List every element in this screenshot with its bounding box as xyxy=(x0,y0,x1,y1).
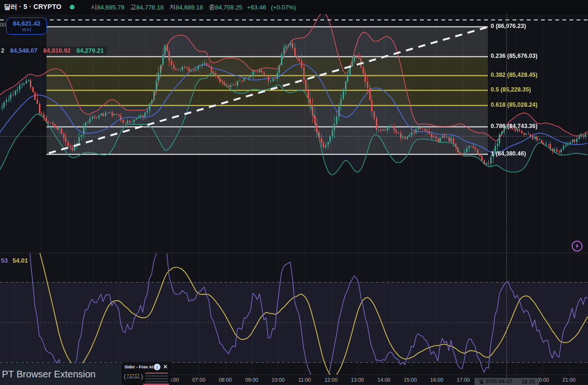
crosshair-date-text: 일 2025-04-12 xyxy=(479,378,512,385)
change-pct: (+0.07%) xyxy=(271,4,296,11)
rsi-ma-value: 54.01 xyxy=(12,257,28,264)
time-axis-label: 13:00 xyxy=(351,377,364,383)
ad-info-icon[interactable]: i xyxy=(154,364,160,370)
time-axis-label: 09:00 xyxy=(245,377,259,383)
ad-close-icon[interactable]: ✕ xyxy=(163,363,168,370)
fib-level-label: 0.382 (85,428.45) xyxy=(491,72,538,78)
fib-level-label: 0.618 (85,028.24) xyxy=(491,101,538,108)
time-axis-label: 11:00 xyxy=(298,377,311,383)
open-value: 84,695.79 xyxy=(97,4,124,11)
ad-text-line xyxy=(145,376,168,376)
sell-price-clipped: 00 xyxy=(0,22,6,28)
buy-button[interactable]: 84,621.42 바이 xyxy=(6,18,47,35)
fib-level-label: 0 (86,076.23) xyxy=(491,23,526,29)
sider-ad-card[interactable]: Sider - Free AI C i ✕ ( ★★★★★ 1,000,000+… xyxy=(121,362,171,385)
high-label: 고 xyxy=(130,3,136,11)
ad-rating: ( ★★★★★ 1,000,000+ ) xyxy=(124,373,143,380)
fib-level-label: 0.236 (85,676.03) xyxy=(491,53,538,59)
crosshair-time-label: 일 2025-04-12 18:25 xyxy=(475,378,539,385)
ad-text-line xyxy=(145,378,168,379)
crosshair-vertical-line xyxy=(506,14,507,378)
time-axis-label: 14:00 xyxy=(377,377,391,383)
time-axis-label: 15:00 xyxy=(404,377,417,383)
open-label: 시 xyxy=(91,3,97,11)
ad-text-line xyxy=(145,381,168,382)
pane-separator[interactable] xyxy=(0,253,588,253)
time-axis-label: 16:00 xyxy=(430,377,444,383)
low-value: 84,689.18 xyxy=(176,4,203,11)
ad-paren-close: ) xyxy=(141,373,143,380)
fib-level-label: 1 (84,380.46) xyxy=(491,150,526,157)
bollinger-lower-value: 84,279.21 xyxy=(76,47,104,54)
change-value: +63.46 xyxy=(247,4,266,11)
time-axis-label: 07:00 xyxy=(192,377,205,383)
close-label: 종 xyxy=(209,3,215,11)
time-axis-label: 12:00 xyxy=(325,377,338,383)
time-axis-label: 10:00 xyxy=(271,377,285,383)
low-label: 저 xyxy=(169,3,176,11)
lightning-boost-icon[interactable] xyxy=(570,239,584,253)
time-axis-label: 08:00 xyxy=(219,377,232,383)
buy-price: 84,621.42 xyxy=(13,20,40,27)
market-status-icon[interactable] xyxy=(70,5,75,9)
fib-level-label: 0.786 (84,743.36) xyxy=(491,123,538,129)
ad-text-line xyxy=(145,373,168,374)
high-value: 84,778.18 xyxy=(136,4,164,11)
bollinger-basis-value: 84,548.07 xyxy=(10,47,37,54)
rsi-values-row: 53 54.01 xyxy=(1,257,28,264)
fib-level-label: 0.5 (85,228.35) xyxy=(491,86,531,93)
rsi-indicator-canvas[interactable] xyxy=(0,253,588,375)
trading-chart-app: 달러 · 5 · CRYPTO 시 84,695.79 고 84,778.18 … xyxy=(0,0,588,385)
chart-legend-bar: 달러 · 5 · CRYPTO 시 84,695.79 고 84,778.18 … xyxy=(0,0,588,14)
indicator-values-row: 2 84,548.07 84,816.92 84,279.21 xyxy=(0,46,107,55)
ad-paren-open: ( xyxy=(124,373,126,380)
ad-title: Sider - Free AI C xyxy=(124,365,158,369)
indicator-value-clipped: 2 xyxy=(1,47,4,54)
time-axis-label: 17:00 xyxy=(457,377,470,383)
rsi-value: 53 xyxy=(1,257,8,264)
symbol-title[interactable]: 달러 · 5 · CRYPTO xyxy=(4,3,61,11)
ohlc-readout: 시 84,695.79 고 84,778.18 저 84,689.18 종 84… xyxy=(85,3,296,11)
buy-label: 바이 xyxy=(22,27,31,32)
bollinger-upper-value: 84,816.92 xyxy=(43,47,71,54)
crosshair-time-text: 18:25 xyxy=(522,379,535,385)
close-value: 84,759.25 xyxy=(215,4,243,11)
ad-rating-count: 1,000,000+ xyxy=(127,376,140,379)
time-axis-label: 21:00 xyxy=(562,377,576,383)
